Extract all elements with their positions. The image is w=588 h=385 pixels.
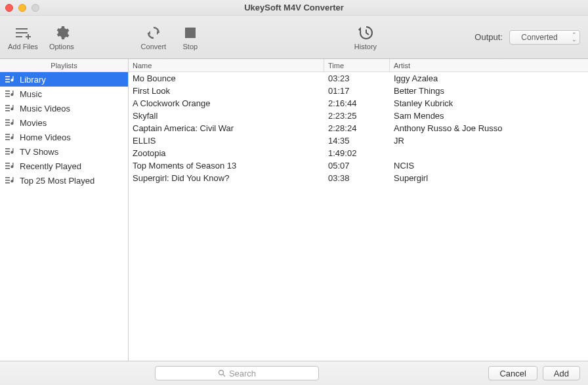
svg-rect-21 xyxy=(5,168,10,169)
history-icon xyxy=(357,24,374,41)
column-headers: Name Time Artist xyxy=(129,59,588,72)
convert-button[interactable]: Convert xyxy=(140,24,167,51)
cell-artist: Stanley Kubrick xyxy=(390,98,588,108)
sidebar-item-label: Library xyxy=(20,75,46,85)
table-row[interactable]: Captain America: Civil War2:28:24Anthony… xyxy=(129,122,588,134)
content-area: Playlists LibraryMusicMusic VideosMovies… xyxy=(0,59,588,361)
output-label: Output: xyxy=(474,32,503,42)
cell-artist: NCIS xyxy=(390,161,588,171)
cell-artist: Supergirl xyxy=(390,173,588,183)
svg-rect-10 xyxy=(5,119,10,121)
playlist-icon xyxy=(5,104,16,113)
minimize-window-button[interactable] xyxy=(18,4,26,12)
sidebar-item-label: Top 25 Most Played xyxy=(20,176,94,186)
cell-time: 05:07 xyxy=(324,161,390,171)
window-controls xyxy=(5,4,39,12)
main-panel: Name Time Artist Mo Bounce03:23Iggy Azal… xyxy=(129,59,588,361)
table-row[interactable]: First Look01:17Better Things xyxy=(129,85,588,97)
svg-rect-1 xyxy=(5,76,10,77)
cell-name: Skyfall xyxy=(129,111,324,121)
cell-name: Zootopia xyxy=(129,148,324,158)
cell-name: Supergirl: Did You Know? xyxy=(129,173,324,183)
svg-rect-22 xyxy=(5,177,10,178)
cell-name: ELLIS xyxy=(129,136,324,146)
cell-name: Top Moments of Season 13 xyxy=(129,161,324,171)
zoom-window-button[interactable] xyxy=(32,4,39,12)
column-name[interactable]: Name xyxy=(129,59,324,71)
add-files-label: Add Files xyxy=(8,43,38,51)
table-row[interactable]: Supergirl: Did You Know?03:38Supergirl xyxy=(129,172,588,184)
playlist-icon xyxy=(5,147,16,156)
cell-time: 01:17 xyxy=(324,86,390,96)
column-artist[interactable]: Artist xyxy=(390,59,588,71)
sidebar-item-music[interactable]: Music xyxy=(0,87,128,101)
svg-rect-19 xyxy=(5,163,10,164)
sidebar-item-music-videos[interactable]: Music Videos xyxy=(0,101,128,115)
svg-rect-8 xyxy=(5,108,10,109)
sidebar-item-label: Home Videos xyxy=(20,132,71,142)
sidebar-header: Playlists xyxy=(0,59,128,72)
gear-icon xyxy=(53,24,70,41)
track-list: Mo Bounce03:23Iggy AzaleaFirst Look01:17… xyxy=(129,72,588,361)
options-button[interactable]: Options xyxy=(49,24,75,51)
sidebar-item-home-videos[interactable]: Home Videos xyxy=(0,130,128,144)
convert-icon xyxy=(145,24,162,41)
cell-artist: Anthony Russo & Joe Russo xyxy=(390,123,588,133)
sidebar-item-top-25-most-played[interactable]: Top 25 Most Played xyxy=(0,173,128,188)
svg-rect-16 xyxy=(5,148,10,150)
svg-rect-17 xyxy=(5,151,10,152)
sidebar-item-recently-played[interactable]: Recently Played xyxy=(0,159,128,173)
svg-rect-4 xyxy=(5,91,10,92)
output-dropdown[interactable]: Converted ⌃⌄ xyxy=(509,30,580,45)
history-button[interactable]: History xyxy=(354,24,377,51)
add-button[interactable]: Add xyxy=(543,366,580,380)
cancel-button[interactable]: Cancel xyxy=(488,366,537,380)
playlist-icon xyxy=(5,75,16,84)
history-label: History xyxy=(354,43,377,51)
stop-button[interactable]: Stop xyxy=(177,24,203,51)
cell-time: 1:49:02 xyxy=(324,148,390,158)
svg-rect-24 xyxy=(5,182,10,184)
table-row[interactable]: Top Moments of Season 1305:07NCIS xyxy=(129,159,588,172)
playlist-icon xyxy=(5,118,16,127)
close-window-button[interactable] xyxy=(5,4,13,12)
svg-rect-18 xyxy=(5,153,10,155)
sidebar-item-label: Movies xyxy=(20,118,47,128)
svg-rect-13 xyxy=(5,134,10,135)
table-row[interactable]: Zootopia1:49:02 xyxy=(129,147,588,159)
stop-icon xyxy=(182,24,199,41)
sidebar-item-movies[interactable]: Movies xyxy=(0,115,128,130)
column-time[interactable]: Time xyxy=(324,59,390,71)
sidebar-item-label: Music Videos xyxy=(20,104,70,113)
playlist-icon xyxy=(5,161,16,171)
sidebar-item-tv-shows[interactable]: TV Shows xyxy=(0,144,128,159)
titlebar: UkeySoft M4V Converter xyxy=(0,0,588,16)
table-row[interactable]: A Clockwork Orange2:16:44Stanley Kubrick xyxy=(129,97,588,110)
svg-rect-20 xyxy=(5,165,10,167)
cell-time: 03:38 xyxy=(324,173,390,183)
chevron-updown-icon: ⌃⌄ xyxy=(572,33,577,42)
options-label: Options xyxy=(49,43,74,51)
playlist-icon xyxy=(5,132,16,142)
add-files-button[interactable]: Add Files xyxy=(8,24,38,51)
table-row[interactable]: Skyfall2:23:25Sam Mendes xyxy=(129,110,588,122)
search-input[interactable]: Search xyxy=(155,366,319,380)
sidebar-item-library[interactable]: Library xyxy=(0,72,128,87)
table-row[interactable]: ELLIS14:35JR xyxy=(129,134,588,147)
window-title: UkeySoft M4V Converter xyxy=(244,3,344,12)
svg-rect-6 xyxy=(5,96,10,97)
playlist-icon xyxy=(5,176,16,185)
table-row[interactable]: Mo Bounce03:23Iggy Azalea xyxy=(129,72,588,85)
footer: Search Cancel Add xyxy=(0,361,588,385)
output-value: Converted xyxy=(521,33,557,42)
cell-artist: Better Things xyxy=(390,86,588,96)
cell-name: First Look xyxy=(129,86,324,96)
convert-label: Convert xyxy=(141,43,167,51)
playlist-icon xyxy=(5,89,16,98)
svg-rect-7 xyxy=(5,105,10,106)
sidebar-item-label: Recently Played xyxy=(20,161,81,171)
cell-name: Mo Bounce xyxy=(129,73,324,83)
cell-artist: Sam Mendes xyxy=(390,111,588,121)
svg-point-25 xyxy=(219,371,223,375)
search-icon xyxy=(218,369,226,377)
